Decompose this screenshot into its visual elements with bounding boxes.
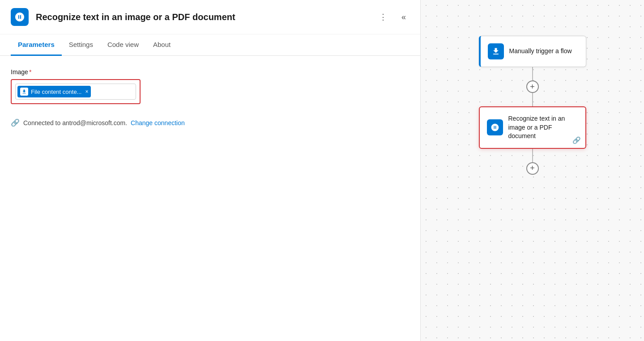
connector-line-1 <box>532 67 533 80</box>
change-connection-link[interactable]: Change connection <box>131 119 185 126</box>
more-icon: ⋮ <box>379 12 387 22</box>
action-node-label: Recognize text in an image or a PDF docu… <box>508 114 578 141</box>
more-options-button[interactable]: ⋮ <box>375 10 391 24</box>
node-footer: 🔗 <box>572 136 581 144</box>
add-step-button-2[interactable]: + <box>526 162 539 175</box>
add-step-button-1[interactable]: + <box>526 80 539 93</box>
trigger-node[interactable]: Manually trigger a flow <box>479 36 586 67</box>
trigger-node-icon <box>488 43 504 59</box>
token-container[interactable]: File content conte... × <box>15 84 136 100</box>
left-panel: Recognize text in an image or a PDF docu… <box>0 0 421 341</box>
action-node[interactable]: Recognize text in an image or a PDF docu… <box>479 106 586 149</box>
canvas-content: Manually trigger a flow + Recognize text… <box>479 36 586 175</box>
token-close-button[interactable]: × <box>85 88 88 95</box>
connector-line-3 <box>532 149 533 162</box>
token-text: File content conte... <box>31 88 81 95</box>
tab-code-view[interactable]: Code view <box>100 34 146 56</box>
canvas-panel: Manually trigger a flow + Recognize text… <box>421 0 644 341</box>
link-icon: 🔗 <box>572 136 581 144</box>
tab-about[interactable]: About <box>146 34 178 56</box>
panel-header-left: Recognize text in an image or a PDF docu… <box>11 8 235 26</box>
collapse-button[interactable]: « <box>398 11 409 24</box>
tab-parameters[interactable]: Parameters <box>11 34 62 56</box>
connector-line-2 <box>532 93 533 106</box>
connection-icon: 🔗 <box>11 118 20 127</box>
panel-title: Recognize text in an image or a PDF docu… <box>36 12 235 22</box>
collapse-icon: « <box>401 13 406 22</box>
trigger-node-label: Manually trigger a flow <box>509 47 572 56</box>
connection-info: 🔗 Connected to antrod@microsoft.com. Cha… <box>11 118 409 127</box>
tabs-bar: Parameters Settings Code view About <box>0 34 420 56</box>
image-field-group: Image* File content conte... × <box>11 68 409 104</box>
required-marker: * <box>29 68 31 76</box>
panel-header-actions: ⋮ « <box>375 10 409 24</box>
image-field-wrapper: File content conte... × <box>11 79 141 104</box>
panel-content: Image* File content conte... × <box>0 56 420 341</box>
token-chip: File content conte... × <box>17 86 91 97</box>
panel-header: Recognize text in an image or a PDF docu… <box>0 0 420 34</box>
connector-2: + <box>526 149 539 175</box>
token-chip-icon <box>20 88 28 96</box>
action-node-icon <box>487 119 503 135</box>
app-icon <box>11 8 29 26</box>
connector-1: + <box>526 67 539 106</box>
connection-text: Connected to antrod@microsoft.com. <box>23 119 127 126</box>
image-field-label: Image* <box>11 68 409 76</box>
tab-settings[interactable]: Settings <box>62 34 100 56</box>
